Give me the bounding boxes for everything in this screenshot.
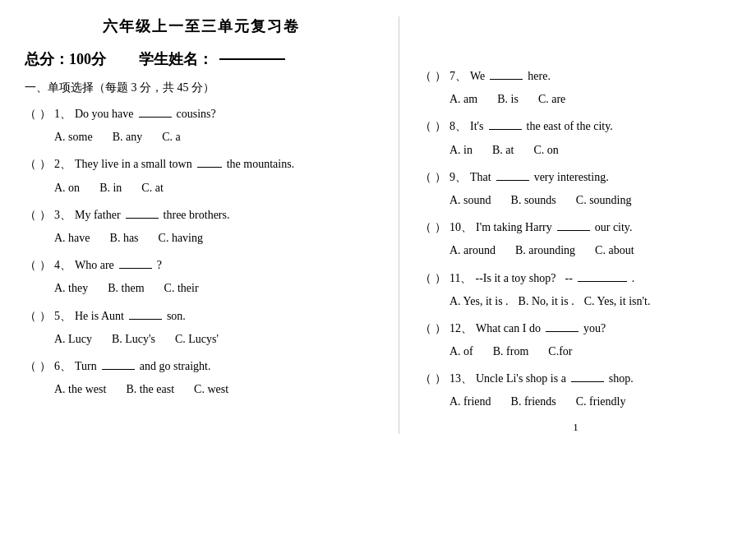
options-10: A. around B. arounding C. about	[420, 240, 731, 261]
question-5: （ ） 5、 He is Aunt son. A. Lucy B. Lucy's…	[25, 306, 378, 349]
blank-8	[489, 129, 522, 130]
blank-13	[571, 381, 604, 382]
blank-6	[102, 369, 135, 370]
total-score: 总分：100分	[25, 49, 106, 69]
question-9: （ ） 9、 That very interesting. A. sound B…	[420, 167, 731, 210]
column-divider	[399, 16, 399, 434]
question-3: （ ） 3、 My father three brothers. A. have…	[25, 205, 378, 248]
question-1: （ ） 1、 Do you have cousins? A. some B. a…	[25, 104, 378, 147]
question-4: （ ） 4、 Who are ? A. they B. them C. thei…	[25, 255, 378, 298]
options-6: A. the west B. the east C. west	[25, 379, 378, 399]
page-container: 六年级上一至三单元复习卷 总分：100分 学生姓名： 一、单项选择（每题 3 分…	[25, 16, 731, 434]
blank-5	[129, 319, 162, 320]
options-4: A. they B. them C. their	[25, 278, 378, 298]
question-10: （ ） 10、 I'm taking Harry our city. A. ar…	[420, 217, 731, 261]
blank-1	[139, 117, 172, 118]
name-underline	[219, 58, 285, 60]
options-5: A. Lucy B. Lucy's C. Lucys'	[25, 329, 378, 349]
right-column: （ ） 7、 We here. A. am B. is C. are （ ） 8…	[420, 16, 731, 434]
student-name-area: 学生姓名：	[139, 49, 285, 69]
options-1: A. some B. any C. a	[25, 127, 378, 147]
blank-2	[197, 167, 222, 168]
left-column: 六年级上一至三单元复习卷 总分：100分 学生姓名： 一、单项选择（每题 3 分…	[25, 16, 378, 434]
blank-12	[546, 331, 579, 332]
question-8: （ ） 8、 It's the east of the city. A. in …	[420, 116, 731, 159]
right-spacer	[420, 16, 731, 66]
blank-9	[496, 180, 529, 181]
question-12: （ ） 12、 What can I do you? A. of B. from…	[420, 318, 731, 362]
section1-title: 一、单项选择（每题 3 分，共 45 分）	[25, 81, 378, 95]
options-12: A. of B. from C.for	[420, 341, 731, 362]
options-8: A. in B. at C. on	[420, 140, 731, 160]
question-11: （ ） 11、 --Is it a toy shop? -- . A. Yes,…	[420, 268, 731, 311]
page-title: 六年级上一至三单元复习卷	[25, 16, 378, 36]
options-2: A. on B. in C. at	[25, 178, 378, 198]
blank-4	[119, 268, 152, 269]
header-row: 总分：100分 学生姓名：	[25, 49, 378, 69]
question-2: （ ） 2、 They live in a small town the mou…	[25, 154, 378, 197]
question-13: （ ） 13、 Uncle Li's shop is a shop. A. fr…	[420, 368, 731, 412]
question-6: （ ） 6、 Turn and go straight. A. the west…	[25, 356, 378, 399]
options-13: A. friend B. friends C. friendly	[420, 391, 731, 412]
options-9: A. sound B. sounds C. sounding	[420, 190, 731, 210]
page-number: 1	[420, 421, 731, 434]
options-11: A. Yes, it is . B. No, it is . C. Yes, i…	[420, 291, 731, 311]
blank-3	[126, 218, 159, 219]
blank-10	[557, 230, 590, 231]
blank-7	[490, 79, 523, 80]
options-3: A. have B. has C. having	[25, 228, 378, 248]
question-7: （ ） 7、 We here. A. am B. is C. are	[420, 66, 731, 109]
options-7: A. am B. is C. are	[420, 89, 731, 109]
blank-11	[578, 281, 627, 282]
